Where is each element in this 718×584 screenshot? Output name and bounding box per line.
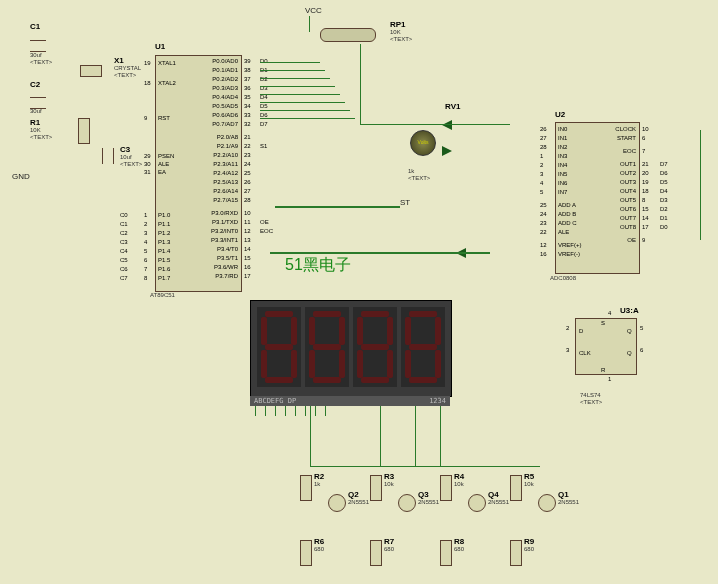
u1-pin-label: P2.7/A15 [200, 197, 238, 203]
st-netlabel: ST [400, 198, 410, 207]
u3-q-pin: Q [627, 328, 632, 334]
u3-d-num: 2 [566, 325, 569, 331]
rp1-ref: RP1 [390, 20, 406, 29]
u1-pin-label: P3.3/INT1 [200, 237, 238, 243]
wire [260, 102, 345, 103]
u2-pin-label: OUT2 [604, 170, 636, 176]
u1-pin-num: 37 [244, 76, 251, 82]
u2-pin-num: 26 [540, 126, 547, 132]
wire [310, 406, 311, 466]
rp1-part: <TEXT> [390, 36, 412, 42]
u1-pin-num: 22 [244, 143, 251, 149]
r6-val: 680 [314, 546, 324, 552]
potentiometer-rv1 [410, 130, 436, 156]
u2-pin-label: ALE [558, 229, 569, 235]
u1-pin-num: 13 [244, 237, 251, 243]
transistor-q1 [538, 494, 556, 512]
u1-pin-num: 19 [144, 60, 151, 66]
u2-pin-label: IN4 [558, 162, 567, 168]
u1-pin-num: 29 [144, 153, 151, 159]
u2-pin-num: 4 [540, 180, 543, 186]
chip-u3 [575, 318, 637, 375]
transistor-q4 [468, 494, 486, 512]
resistor-r7 [370, 540, 382, 566]
u2-pin-num: 18 [642, 188, 649, 194]
u3-ref: U3:A [620, 306, 639, 315]
u1-pin-label: P0.4/AD4 [200, 94, 238, 100]
u2-pin-num: 16 [540, 251, 547, 257]
u2-pin-num: 25 [540, 202, 547, 208]
u2-pin-label: ADD A [558, 202, 576, 208]
u1-pin-label: XTAL1 [158, 60, 176, 66]
u1-pin-num: 30 [144, 161, 151, 167]
u2-pin-label: IN3 [558, 153, 567, 159]
u1-pin-num: 32 [244, 121, 251, 127]
wire [700, 130, 701, 240]
u1-pin-label: P3.1/TXD [200, 219, 238, 225]
r5-ref: R5 [524, 472, 534, 481]
u1-pin-label: P1.6 [158, 266, 170, 272]
u1-pin-num: 15 [244, 255, 251, 261]
u1-pin-label: P1.7 [158, 275, 170, 281]
u1-pin-num: 16 [244, 264, 251, 270]
q1-ref: Q1 [558, 490, 569, 499]
u2-pin-num: 17 [642, 224, 649, 230]
p1-net-label: C3 [120, 239, 128, 245]
u1-pin-num: 28 [244, 197, 251, 203]
r5-val: 10k [524, 481, 534, 487]
u3-clk-num: 3 [566, 347, 569, 353]
u1-pin-num: 6 [144, 257, 147, 263]
u1-pin-num: 27 [244, 188, 251, 194]
vcc-label: VCC [305, 6, 322, 15]
u2-pin-num: 9 [642, 237, 645, 243]
u2-pin-label: OE [604, 237, 636, 243]
u2-pin-num: 3 [540, 171, 543, 177]
u1-pin-label: P3.2/INT0 [200, 228, 238, 234]
u2-pin-label: OUT6 [604, 206, 636, 212]
u2-pin-label: OUT7 [604, 215, 636, 221]
x1-val: CRYSTAL [114, 65, 141, 71]
r3-val: 10k [384, 481, 394, 487]
r2-ref: R2 [314, 472, 324, 481]
q4-ref: Q4 [488, 490, 499, 499]
u1-pin-num: 26 [244, 179, 251, 185]
u1-pin-num: 12 [244, 228, 251, 234]
resistor-r6 [300, 540, 312, 566]
u1-pin-num: 3 [144, 230, 147, 236]
r4-val: 10k [454, 481, 464, 487]
r1-part: <TEXT> [30, 134, 52, 140]
u1-pin-label: P0.3/AD3 [200, 85, 238, 91]
u2-pin-label: IN0 [558, 126, 567, 132]
u1-pin-label: P0.5/AD5 [200, 103, 238, 109]
p1-net-label: C1 [120, 221, 128, 227]
u1-pin-sig: EOC [260, 228, 273, 234]
r9-val: 680 [524, 546, 534, 552]
p1-net-label: C4 [120, 248, 128, 254]
u1-pin-num: 10 [244, 210, 251, 216]
u1-pin-label: XTAL2 [158, 80, 176, 86]
display-footer: ABCDEFG DP 1234 [250, 396, 450, 406]
capacitor-c3 [102, 148, 114, 164]
wire [360, 44, 361, 124]
u1-part: AT89C51 [150, 292, 175, 298]
u2-pin-num: 21 [642, 161, 649, 167]
u1-pin-label: P3.5/T1 [200, 255, 238, 261]
u2-pin-num: 5 [540, 189, 543, 195]
pot-arrow-left [442, 120, 452, 130]
u1-pin-num: 14 [244, 246, 251, 252]
r7-ref: R7 [384, 537, 394, 546]
u1-pin-num: 4 [144, 239, 147, 245]
u1-pin-num: 7 [144, 266, 147, 272]
u2-pin-num: 14 [642, 215, 649, 221]
u1-pin-num: 31 [144, 169, 151, 175]
r8-ref: R8 [454, 537, 464, 546]
u3-s-pin: S [601, 320, 605, 326]
u1-pin-label: P2.4/A12 [200, 170, 238, 176]
u1-pin-num: 2 [144, 221, 147, 227]
wire [380, 406, 381, 466]
seven-seg-display [250, 300, 452, 397]
u1-pin-num: 35 [244, 94, 251, 100]
wire [360, 124, 510, 125]
wire [415, 406, 416, 466]
c2-val: 30uf [30, 108, 42, 114]
